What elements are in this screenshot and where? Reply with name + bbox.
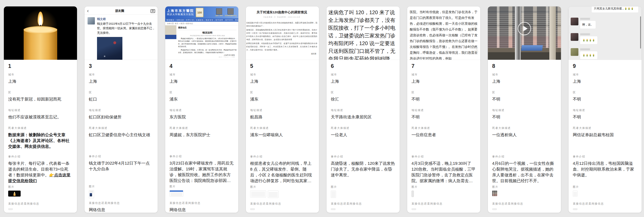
field-label-info-type: 直接信息还是间接信息 — [170, 201, 234, 205]
record-cover-image[interactable]: 迷病危了叫 120，120 来了说全上海发热门诊都关了，没有医院接收，打了一个多… — [326, 6, 400, 60]
back-chevron-icon: ‹ — [87, 9, 88, 13]
record-cover-image[interactable]: 上海市东方醫院同济大学附属东方医院100微信二维码患者移动服务平台医院概况 | … — [165, 6, 238, 60]
avatar — [571, 33, 578, 41]
empty-select-pill — [492, 208, 497, 210]
field-label-event: 事件介绍 — [8, 155, 73, 159]
field-value-event: 4月3日突感不适，晚上19:30叫了120急救。当时面临全员核酸，三甲医院门急诊… — [412, 161, 476, 184]
record-cover-image[interactable]: 关于对浦东120急救中心的调查情况【信息来源：】【信息时间：2022-03-31… — [246, 6, 319, 60]
site-navbar: 医院概况 | 名医名家 | 科室介绍 | 党建园地 | 医政管理 | 医学教育 … — [165, 18, 238, 22]
attachment-wechat-thumb[interactable] — [89, 190, 94, 198]
field-deceased: 死者大体描述 一位老人 — [331, 126, 395, 155]
field-value-info-type: 网络信息 — [89, 207, 153, 213]
field-label-district: 区 — [331, 91, 395, 94]
record-card[interactable]: 1 城市 上海 区 没有死于新冠，却因新冠而死 地址描述 他们不应该被漠视甚至忘… — [4, 6, 77, 213]
blurred-username — [580, 33, 590, 35]
field-label-city: 城市 — [8, 73, 73, 76]
chat-message-row — [571, 33, 597, 44]
chat-bubble-text: 只有其女儿眼见其病逝... — [594, 7, 624, 10]
record-card[interactable]: 上海市东方醫院同济大学附属东方医院100微信二维码患者移动服务平台医院概况 | … — [165, 6, 238, 213]
field-district: 区 浦东 — [250, 91, 315, 101]
qr-caption: 微信二维码 — [215, 15, 223, 17]
field-value-district: 没有死于新冠，却因新冠而死 — [8, 96, 73, 102]
record-fields: 7 城市 上海 区 不明 地址描述 不明 死者大体描述 一位癌症患者 事件介绍 … — [407, 60, 480, 213]
chat-bubble: 只有其女儿眼见其病逝... — [592, 6, 638, 12]
announcement-meta: 作者:系统管理员 发表于:2022/3/25 2:46:41 有253人阅读 — [178, 35, 236, 37]
qr-caption: 患者移动服务平台 — [224, 15, 236, 17]
breadcrumb: 当前位置: 首页 >>首页>>最新动态 — [165, 22, 238, 25]
play-button-icon[interactable] — [518, 22, 531, 35]
field-label-address: 地址描述 — [250, 108, 315, 112]
record-fields: 9 城市 上海 区 不明 地址描述 不明 死者大体描述 网信证券副总裁韦桂国 事… — [568, 60, 642, 213]
attachment-web-thumb[interactable] — [170, 190, 183, 197]
field-value-district: 浦东 — [250, 96, 315, 102]
moments-post: 钱文雄钱文雄于2022年4月12日下午一点十九分去世。疫情期间一切从简。家属目前… — [84, 15, 158, 60]
field-district: 区 不明 — [492, 91, 557, 101]
record-card[interactable]: ‹朋友圈钱文雄钱文雄于2022年4月12日下午一点十九分去世。疫情期间一切从简。… — [84, 6, 158, 213]
attachment-candle-thumb[interactable] — [8, 191, 21, 197]
attachment-thumbnails — [492, 191, 557, 196]
event-text: 4月3日突感不适，晚上19:30叫了120急救。当时面临全员核酸，三甲医院门急诊… — [412, 161, 476, 184]
field-label-event: 事件介绍 — [492, 155, 557, 159]
record-cover-image[interactable]: ‹朋友圈钱文雄钱文雄于2022年4月12日下午一点十九分去世。疫情期间一切从简。… — [84, 6, 158, 60]
record-cover-image[interactable]: 医院。当时有些低烧，但是发热门诊在消杀，于是在门口的黑夜里等待了很久。可是由于有… — [407, 6, 480, 60]
attachment-text-thumb[interactable] — [331, 191, 336, 198]
event-text: 4月12日传出消息，韦桂国因脑溢血、封控期间联系救治未果，于家中病逝。 — [573, 161, 634, 177]
attachment-doc-thumb-wide[interactable] — [250, 191, 266, 198]
field-deceased: 死者大体描述 浦东一位哮喘病人 — [250, 126, 315, 155]
field-label-info-type: 直接信息还是间接信息 — [412, 202, 476, 206]
event-text: 钱文雄于2022年4月12日下午一点十九分自杀 — [89, 161, 150, 171]
attachment-doc-thumb-small[interactable] — [573, 191, 578, 197]
field-label-event: 事件介绍 — [412, 155, 476, 159]
chat-bubble — [580, 36, 597, 44]
record-card[interactable]: 关于对浦东120急救中心的调查情况【信息来源：】【信息时间：2022-03-31… — [246, 6, 319, 213]
record-card[interactable]: 迷病危了叫 120，120 来了说全上海发热门诊都关了，没有医院接收，打了一个多… — [326, 6, 400, 213]
field-label-info-type: 直接信息还是间接信息 — [8, 202, 73, 206]
field-value-city: 上海 — [170, 78, 234, 84]
field-deceased: 死者大体描述 周盛妮，东方医院护士 — [170, 126, 234, 155]
praying-hands-emoji — [586, 39, 588, 41]
avatar — [571, 48, 578, 56]
field-label-images: 图片 — [573, 185, 637, 189]
field-district: 区 虹口 — [89, 91, 153, 101]
field-address: 地址描述 东方医院 — [170, 108, 234, 119]
record-number: 8 — [492, 63, 557, 69]
record-card[interactable]: 只有其女儿眼见其病逝...啊，这。 9 城市 上海 区 不明 地址描述 不明 死… — [568, 6, 642, 213]
moments-header: ‹朋友圈 — [84, 7, 158, 15]
candle-photo — [4, 6, 77, 60]
record-fields: 8 城市 上海 区 不明 地址描述 不明 死者大体描述 一位透析病人 事件介绍 … — [488, 60, 561, 213]
post-text: 钱文雄于2022年4月12日下午一点十九分去世。疫情期间一切从简。家属目前悲痛不… — [97, 22, 155, 35]
record-cover-image[interactable] — [4, 6, 77, 60]
field-label-district: 区 — [412, 91, 476, 94]
attachment-thumbnails — [89, 190, 153, 198]
record-cover-image[interactable] — [488, 6, 561, 60]
record-card[interactable]: 医院。当时有些低烧，但是发热门诊在消杀，于是在门口的黑夜里等待了很久。可是由于有… — [407, 6, 480, 213]
field-value-city: 上海 — [250, 78, 315, 84]
field-info-type: 直接信息还是间接信息 — [492, 202, 557, 213]
hospital-name-calligraphy: 上海市东方醫院 — [167, 9, 194, 13]
group-chat-screenshot: 只有其女儿眼见其病逝...啊，这。 — [568, 6, 642, 60]
field-value-event: 4月6日的一个视频，一位女性在撕心裂肺地哭泣。据视频描述，她的亲人要做透析，出不… — [492, 161, 557, 184]
praying-hands-emoji — [583, 54, 585, 56]
field-info-type: 直接信息还是间接信息 — [331, 202, 395, 213]
blurred-username — [580, 48, 590, 50]
field-label-info-type: 直接信息还是间接信息 — [89, 201, 153, 205]
attachment-thumbnails — [250, 191, 315, 198]
empty-select-pill — [8, 208, 13, 210]
field-value-city: 上海 — [8, 78, 73, 84]
report-paragraph: 在航昌路376弄小区120急救医生未向求救患者施救的情况，我委立即连夜启动调查，… — [246, 21, 317, 28]
field-deceased: 死者大体描述 虹口区卫健委信息中心主任钱文雄 — [89, 126, 153, 155]
attachment-tall-thumb[interactable] — [412, 191, 414, 197]
record-cover-image[interactable]: 只有其女儿眼见其病逝...啊，这。 — [568, 6, 642, 60]
field-images: 图片 — [250, 185, 315, 202]
field-district: 区 没有死于新冠，却因新冠而死 — [8, 91, 73, 101]
field-label-address: 地址描述 — [412, 108, 476, 112]
field-event: 事件介绍 每张卡片、每行记录，代表着一条逝去的鲜活生命。目前有73+位死者！数据… — [8, 155, 73, 185]
field-info-type: 直接信息还是间接信息 — [412, 202, 476, 213]
qr-code — [216, 8, 222, 14]
chat-scrollbar[interactable] — [640, 16, 641, 48]
attachment-photo-thumb[interactable] — [492, 191, 497, 196]
sidebar-banner — [165, 25, 176, 35]
record-card[interactable]: 8 城市 上海 区 不明 地址描述 不明 死者大体描述 一位透析病人 事件介绍 … — [488, 6, 561, 213]
attachment-doc-thumb[interactable] — [268, 191, 278, 198]
field-label-district: 区 — [89, 91, 153, 94]
